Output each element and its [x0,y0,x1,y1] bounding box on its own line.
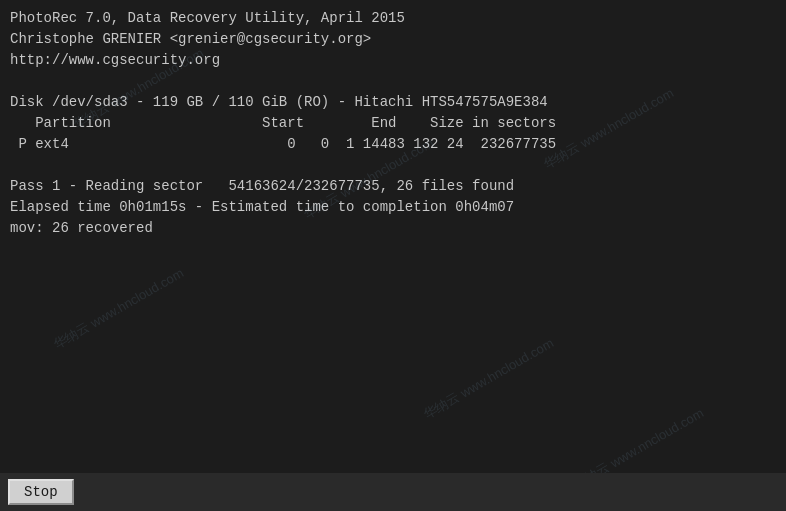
header-line-1: PhotoRec 7.0, Data Recovery Utility, Apr… [10,8,776,29]
partition-header-line: Partition Start End Size in sectors [10,113,776,134]
partition-data-line: P ext4 0 0 1 14483 132 24 232677735 [10,134,776,155]
disk-info-line: Disk /dev/sda3 - 119 GB / 110 GiB (RO) -… [10,92,776,113]
stop-bar: Stop [0,473,786,511]
recovered-line: mov: 26 recovered [10,218,776,239]
pass-info-line: Pass 1 - Reading sector 54163624/2326777… [10,176,776,197]
elapsed-time-line: Elapsed time 0h01m15s - Estimated time t… [10,197,776,218]
terminal-content: PhotoRec 7.0, Data Recovery Utility, Apr… [10,8,776,239]
empty-line-2 [10,155,776,176]
stop-button[interactable]: Stop [8,479,74,505]
empty-line-1 [10,71,776,92]
terminal-window: PhotoRec 7.0, Data Recovery Utility, Apr… [0,0,786,511]
header-line-3: http://www.cgsecurity.org [10,50,776,71]
header-line-2: Christophe GRENIER <grenier@cgsecurity.o… [10,29,776,50]
